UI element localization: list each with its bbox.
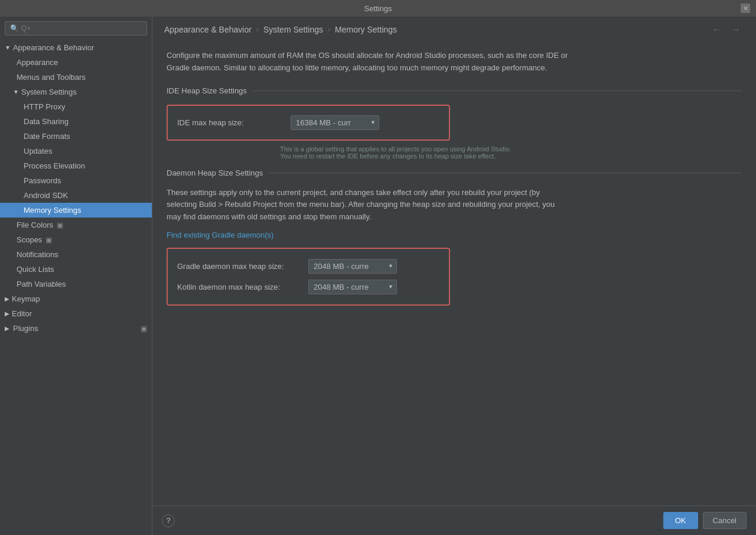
sidebar-item-http-proxy[interactable]: HTTP Proxy — [0, 99, 152, 114]
kotlin-heap-row: Kotlin daemon max heap size: 2048 MB - c… — [177, 277, 439, 297]
ide-max-heap-label: IDE max heap size: — [177, 118, 284, 127]
chevron-right-icon: ▶ — [5, 296, 9, 302]
window-title: Settings — [364, 4, 392, 13]
sidebar-item-process-elevation[interactable]: Process Elevation — [0, 158, 152, 173]
ide-heap-hint: This is a global setting that applies to… — [280, 145, 742, 160]
sidebar-item-system-settings[interactable]: ▼ System Settings — [0, 85, 152, 99]
sidebar-group-plugins[interactable]: ▶ Plugins ▣ — [0, 321, 152, 336]
sidebar-item-memory-settings[interactable]: Memory Settings — [0, 203, 152, 218]
titlebar: Settings ✕ — [0, 0, 756, 17]
settings-window: Settings ✕ 🔍 ▼ Appearance & Behavior App… — [0, 0, 756, 535]
sidebar: 🔍 ▼ Appearance & Behavior Appearance Men… — [0, 17, 152, 535]
footer-left: ? — [162, 514, 175, 527]
breadcrumb: Appearance & Behavior › System Settings … — [152, 17, 756, 40]
daemon-description: These settings apply only to the current… — [167, 187, 568, 223]
sidebar-item-quick-lists[interactable]: Quick Lists — [0, 262, 152, 277]
ide-max-heap-row: IDE max heap size: 16384 MB - curr 8192 … — [177, 113, 439, 132]
ide-heap-section-title: IDE Heap Size Settings — [167, 86, 247, 95]
chevron-down-icon: ▼ — [13, 89, 19, 95]
section-divider-line — [253, 90, 742, 91]
sidebar-item-scopes[interactable]: Scopes ▣ — [0, 232, 152, 247]
daemon-section-divider-line — [269, 173, 742, 173]
daemon-heap-section-header: Daemon Heap Size Settings — [167, 168, 742, 177]
sidebar-item-updates[interactable]: Updates — [0, 144, 152, 158]
footer-right: OK Cancel — [663, 512, 747, 529]
file-colors-icon: ▣ — [57, 221, 63, 229]
main-description: Configure the maximum amount of RAM the … — [167, 50, 592, 74]
chevron-right-icon: ▶ — [5, 325, 9, 332]
breadcrumb-part1: Appearance & Behavior — [164, 25, 252, 34]
scroll-area: Configure the maximum amount of RAM the … — [152, 40, 756, 505]
ok-button[interactable]: OK — [663, 512, 698, 529]
forward-button[interactable]: → — [728, 23, 744, 36]
daemon-settings-box: Gradle daemon max heap size: 2048 MB - c… — [167, 248, 450, 306]
sidebar-item-data-sharing[interactable]: Data Sharing — [0, 114, 152, 129]
chevron-right-icon: ▶ — [5, 310, 9, 317]
sidebar-group-label: Appearance & Behavior — [13, 43, 94, 52]
nav-arrows: ← → — [709, 23, 744, 36]
search-icon: 🔍 — [10, 24, 19, 33]
sidebar-group-appearance-behavior[interactable]: ▼ Appearance & Behavior — [0, 40, 152, 55]
gradle-heap-row: Gradle daemon max heap size: 2048 MB - c… — [177, 256, 439, 277]
breadcrumb-sep1: › — [256, 25, 259, 34]
help-button[interactable]: ? — [162, 514, 175, 527]
search-box[interactable]: 🔍 — [5, 21, 147, 35]
breadcrumb-part2: System Settings — [263, 25, 323, 34]
search-input[interactable] — [21, 24, 142, 33]
breadcrumb-sep2: › — [328, 25, 330, 34]
cancel-button[interactable]: Cancel — [703, 512, 747, 529]
plugins-icon: ▣ — [141, 325, 147, 333]
gradle-heap-select-wrapper: 2048 MB - curre 4096 MB 1024 MB 512 MB — [308, 259, 397, 274]
find-gradle-daemon-link[interactable]: Find existing Gradle daemon(s) — [167, 231, 273, 239]
ide-heap-select[interactable]: 16384 MB - curr 8192 MB 4096 MB 2048 MB — [291, 115, 379, 130]
footer: ? OK Cancel — [152, 505, 756, 535]
ide-heap-setting-box: IDE max heap size: 16384 MB - curr 8192 … — [167, 105, 450, 141]
kotlin-heap-select-wrapper: 2048 MB - curre 4096 MB 1024 MB 512 MB — [308, 280, 397, 294]
sidebar-item-notifications[interactable]: Notifications — [0, 247, 152, 262]
back-button[interactable]: ← — [709, 23, 725, 36]
gradle-heap-select[interactable]: 2048 MB - curre 4096 MB 1024 MB 512 MB — [308, 259, 397, 274]
chevron-down-icon: ▼ — [5, 44, 11, 51]
kotlin-heap-select[interactable]: 2048 MB - curre 4096 MB 1024 MB 512 MB — [308, 280, 397, 294]
gradle-heap-label: Gradle daemon max heap size: — [177, 262, 301, 271]
sidebar-item-date-formats[interactable]: Date Formats — [0, 129, 152, 144]
ide-heap-section-header: IDE Heap Size Settings — [167, 86, 742, 95]
main-content: 🔍 ▼ Appearance & Behavior Appearance Men… — [0, 17, 756, 535]
sidebar-item-android-sdk[interactable]: Android SDK — [0, 188, 152, 203]
sidebar-item-file-colors[interactable]: File Colors ▣ — [0, 218, 152, 232]
sidebar-item-menus-toolbars[interactable]: Menus and Toolbars — [0, 70, 152, 85]
close-button[interactable]: ✕ — [741, 4, 750, 13]
content-area: Appearance & Behavior › System Settings … — [152, 17, 756, 535]
sidebar-item-appearance[interactable]: Appearance — [0, 55, 152, 70]
kotlin-heap-label: Kotlin daemon max heap size: — [177, 283, 301, 291]
breadcrumb-part3: Memory Settings — [335, 25, 397, 34]
ide-heap-select-wrapper: 16384 MB - curr 8192 MB 4096 MB 2048 MB — [291, 115, 379, 130]
sidebar-group-editor[interactable]: ▶ Editor — [0, 306, 152, 321]
daemon-heap-section-title: Daemon Heap Size Settings — [167, 168, 263, 177]
sidebar-item-passwords[interactable]: Passwords — [0, 173, 152, 188]
sidebar-item-path-variables[interactable]: Path Variables — [0, 277, 152, 291]
scopes-icon: ▣ — [45, 236, 52, 244]
sidebar-group-keymap[interactable]: ▶ Keymap — [0, 291, 152, 306]
